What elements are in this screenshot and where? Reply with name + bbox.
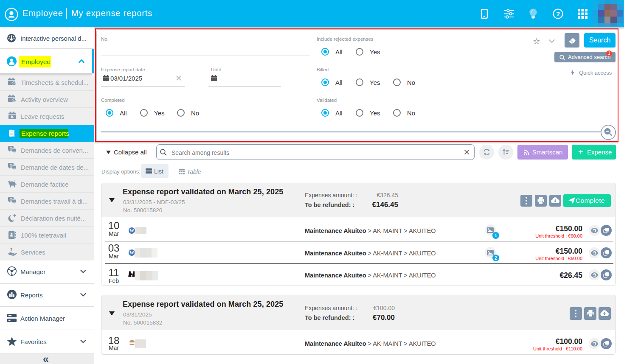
svg-text:?: ? — [556, 10, 560, 17]
svg-text:W: W — [129, 250, 134, 255]
svg-text:W: W — [129, 228, 134, 233]
